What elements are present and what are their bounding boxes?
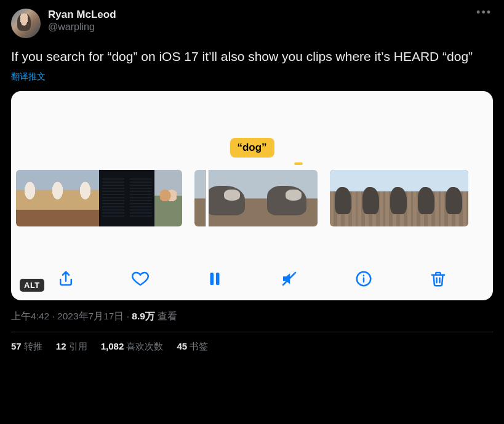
date[interactable]: 2023年7月17日 bbox=[57, 311, 124, 321]
clip-thumb bbox=[154, 170, 182, 226]
media-toolbar bbox=[11, 268, 493, 289]
clip-thumb bbox=[441, 170, 468, 226]
info-icon[interactable] bbox=[353, 268, 374, 289]
stat-quotes[interactable]: 12 引用 bbox=[56, 341, 87, 353]
share-icon[interactable] bbox=[55, 268, 76, 289]
stat-retweets[interactable]: 57 转推 bbox=[11, 341, 42, 353]
clip-thumb bbox=[44, 170, 71, 226]
translate-link[interactable]: 翻译推文 bbox=[11, 71, 493, 82]
clip-thumb bbox=[71, 170, 99, 226]
video-timeline[interactable] bbox=[11, 170, 493, 226]
mute-icon[interactable] bbox=[279, 268, 300, 289]
handle: @warpling bbox=[48, 22, 475, 33]
clip-thumb bbox=[16, 170, 44, 226]
views-label: 查看 bbox=[155, 311, 177, 321]
media-card[interactable]: “dog” bbox=[11, 91, 493, 300]
trash-icon[interactable] bbox=[428, 268, 449, 289]
timeline-marker bbox=[294, 162, 303, 165]
clip-group-1[interactable] bbox=[16, 170, 182, 226]
meta-line: 上午4:42 · 2023年7月17日 · 8.9万 查看 bbox=[11, 310, 493, 323]
tweet-text: If you search for “dog” on iOS 17 it’ll … bbox=[11, 48, 493, 65]
clip-thumb bbox=[358, 170, 385, 226]
time[interactable]: 上午4:42 bbox=[11, 311, 49, 321]
clip-group-3[interactable] bbox=[330, 170, 468, 226]
clip-thumb bbox=[194, 170, 256, 226]
svg-rect-1 bbox=[216, 273, 220, 285]
stats-row: 57 转推 12 引用 1,082 喜欢次数 45 书签 bbox=[11, 332, 493, 361]
svg-rect-0 bbox=[210, 273, 214, 285]
clip-group-2[interactable] bbox=[194, 170, 318, 226]
avatar[interactable] bbox=[11, 9, 41, 38]
playhead[interactable] bbox=[206, 170, 209, 226]
alt-badge[interactable]: ALT bbox=[20, 279, 44, 292]
pause-icon[interactable] bbox=[204, 268, 225, 289]
clip-thumb bbox=[330, 170, 358, 226]
heart-icon[interactable] bbox=[130, 268, 151, 289]
clip-thumb bbox=[385, 170, 413, 226]
tweet-container: Ryan McLeod @warpling ••• If you search … bbox=[0, 0, 504, 361]
stat-likes[interactable]: 1,082 喜欢次数 bbox=[101, 341, 164, 353]
clip-thumb bbox=[413, 170, 441, 226]
views-count: 8.9万 bbox=[132, 311, 155, 321]
search-term-badge: “dog” bbox=[230, 138, 274, 158]
author-block[interactable]: Ryan McLeod @warpling bbox=[48, 9, 475, 33]
clip-thumb bbox=[99, 170, 127, 226]
clip-thumb bbox=[256, 170, 318, 226]
more-icon[interactable]: ••• bbox=[475, 9, 493, 16]
clip-thumb bbox=[127, 170, 154, 226]
stat-bookmarks[interactable]: 45 书签 bbox=[177, 341, 208, 353]
display-name: Ryan McLeod bbox=[48, 9, 475, 21]
tweet-header: Ryan McLeod @warpling ••• bbox=[11, 9, 493, 38]
